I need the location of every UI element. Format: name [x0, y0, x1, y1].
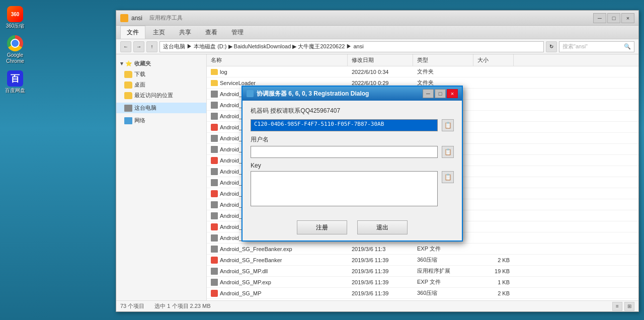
table-row[interactable]: Android_SG_MP.dll 2019/3/6 11:39 应用程序扩展 …	[207, 266, 638, 277]
search-box[interactable]: 搜索"ansi" 🔍	[559, 41, 634, 52]
copy-key-button[interactable]: 📋	[442, 171, 454, 183]
minimize-button[interactable]: ─	[593, 13, 606, 23]
dialog-titlebar: 协调服务器 6, 6, 0, 3 Registration Dialog ─ □…	[243, 87, 462, 101]
sidebar-item-network[interactable]: 网络	[116, 115, 206, 126]
col-header-size[interactable]: 大小	[473, 54, 514, 66]
tab-view[interactable]: 查看	[199, 26, 224, 39]
close-button[interactable]: ×	[621, 13, 634, 23]
table-row[interactable]: log 2022/6/10 0:34 文件夹	[207, 66, 638, 77]
file-name-cell: BJOXServer.dll	[207, 300, 348, 301]
up-button[interactable]: ↑	[146, 41, 157, 52]
app-icon	[211, 157, 218, 164]
machine-code-row: 机器码 授权请联系QQ425967407	[251, 107, 454, 115]
file-type-cell: 360压缩	[413, 288, 473, 298]
file-size-cell	[473, 215, 514, 217]
col-header-name[interactable]: 名称	[207, 54, 348, 66]
dll-icon	[211, 168, 218, 175]
table-row[interactable]: Android_SG_FreeBanker.exp 2019/3/6 11:3 …	[207, 244, 638, 255]
back-button[interactable]: ←	[120, 41, 131, 52]
table-row[interactable]: Android_SG_MP 2019/3/6 11:39 360压缩 2 KB	[207, 288, 638, 299]
view-grid-button[interactable]: ⊞	[624, 302, 634, 311]
tab-file[interactable]: 文件	[120, 26, 145, 39]
sidebar-item-desktop[interactable]: 桌面	[116, 79, 206, 90]
file-type-cell: EXP 文件	[413, 244, 473, 254]
dll-icon	[211, 234, 218, 242]
file-name: ServiceLoader	[220, 80, 256, 86]
address-path[interactable]: 这台电脑 ▶ 本地磁盘 (D:) ▶ BaiduNetdiskDownload …	[159, 41, 544, 52]
file-size-cell	[473, 226, 514, 228]
baidu-icon: 百	[7, 70, 23, 87]
sidebar-item-this-pc[interactable]: 这台电脑	[116, 103, 206, 113]
table-row[interactable]: Android_SG_MP.exp 2019/3/6 11:39 EXP 文件 …	[207, 277, 638, 288]
file-list-header: 名称 修改日期 类型 大小	[207, 54, 638, 66]
icon-baidu-label: 百度网盘	[5, 88, 25, 94]
dll-icon	[211, 279, 218, 286]
machine-code-label: 机器码 授权请联系QQ425967407	[251, 107, 340, 115]
file-name-cell: Android_SG_FreeBanker.exp	[207, 245, 348, 254]
app-tools-label: 应用程序工具	[149, 14, 183, 22]
dll-icon	[211, 179, 218, 186]
folder-icon	[124, 71, 132, 78]
file-name-cell: Android_SG_FreeBanker	[207, 256, 348, 265]
sidebar-network-label: 网络	[134, 117, 145, 124]
icon-360-compressor[interactable]: 360 360压缩	[1, 4, 29, 31]
dialog-icon	[247, 90, 254, 97]
machine-code-input[interactable]: C120-04D6-985F-F4F7-5110-F05F-7B87-30AB	[251, 119, 438, 131]
sidebar-item-downloads[interactable]: 下载	[116, 69, 206, 79]
sidebar-computer-section: 这台电脑	[116, 103, 206, 113]
registration-dialog: 协调服务器 6, 6, 0, 3 Registration Dialog ─ □…	[242, 86, 463, 242]
key-input[interactable]	[251, 171, 438, 206]
forward-button[interactable]: →	[133, 41, 144, 52]
copy-machine-code-button[interactable]: 📋	[442, 119, 454, 131]
file-size-cell: 19 KB	[473, 267, 514, 275]
file-size-cell	[473, 93, 514, 95]
titlebar-controls: ─ □ ×	[593, 13, 634, 23]
file-size-cell: 2 KB	[473, 256, 514, 264]
folder-icon	[124, 92, 132, 99]
app-icon	[211, 190, 218, 197]
user-input[interactable]	[251, 146, 438, 158]
tab-manage[interactable]: 管理	[225, 26, 250, 39]
dialog-content: 机器码 授权请联系QQ425967407 C120-04D6-985F-F4F7…	[243, 101, 462, 216]
col-header-date[interactable]: 修改日期	[348, 54, 413, 66]
icon-baidu-pan[interactable]: 百 百度网盘	[1, 68, 29, 96]
desktop-icons-panel: 360 360压缩 Google Chrome 百 百度网盘	[0, 0, 30, 100]
dll-icon	[211, 246, 218, 253]
file-size-cell	[473, 137, 514, 139]
view-list-button[interactable]: ≡	[612, 302, 622, 311]
icon-google-chrome[interactable]: Google Chrome	[1, 33, 29, 66]
table-row[interactable]: BJOXServer.dll 2018/9/14 11:35 应用程序扩展 90…	[207, 299, 638, 300]
col-header-type[interactable]: 类型	[413, 54, 473, 66]
dialog-maximize-button[interactable]: □	[435, 89, 446, 98]
file-type-cell: 应用程序扩展	[413, 266, 473, 276]
copy-user-button[interactable]: 📋	[442, 146, 454, 158]
maximize-button[interactable]: □	[607, 13, 620, 23]
icon-chrome-label: Google Chrome	[2, 52, 28, 64]
dll-icon	[211, 91, 218, 98]
sidebar-recent-label: 最近访问的位置	[134, 92, 173, 99]
file-size-cell	[473, 126, 514, 128]
file-name: Android_SG_FreeBanker	[220, 257, 282, 263]
address-bar: ← → ↑ 这台电脑 ▶ 本地磁盘 (D:) ▶ BaiduNetdiskDow…	[116, 39, 638, 54]
titlebar-left: ansi 应用程序工具	[120, 14, 183, 22]
sidebar-favorites-header[interactable]: ▾ ⭐ 收藏夹	[116, 58, 206, 69]
file-name: Android_SG_MP.exp	[220, 279, 271, 285]
sidebar-item-recent[interactable]: 最近访问的位置	[116, 90, 206, 101]
file-size-cell	[473, 148, 514, 150]
dialog-footer: 注册 退出	[243, 216, 462, 241]
tab-share[interactable]: 共享	[173, 26, 198, 39]
dialog-minimize-button[interactable]: ─	[423, 89, 434, 98]
table-row[interactable]: Android_SG_FreeBanker 2019/3/6 11:39 360…	[207, 255, 638, 266]
file-name: log	[220, 69, 227, 75]
file-size-cell	[473, 159, 514, 162]
file-size-cell	[473, 82, 514, 84]
exit-button[interactable]: 退出	[357, 220, 408, 234]
tab-home[interactable]: 主页	[146, 26, 172, 39]
dll-icon	[211, 135, 218, 142]
dialog-title: 协调服务器 6, 6, 0, 3 Registration Dialog	[257, 90, 369, 98]
dialog-close-button[interactable]: ×	[447, 89, 458, 98]
file-size-cell	[473, 248, 514, 250]
machine-code-input-row: C120-04D6-985F-F4F7-5110-F05F-7B87-30AB …	[251, 119, 454, 131]
refresh-button[interactable]: ↻	[546, 41, 557, 52]
register-button[interactable]: 注册	[297, 220, 347, 234]
